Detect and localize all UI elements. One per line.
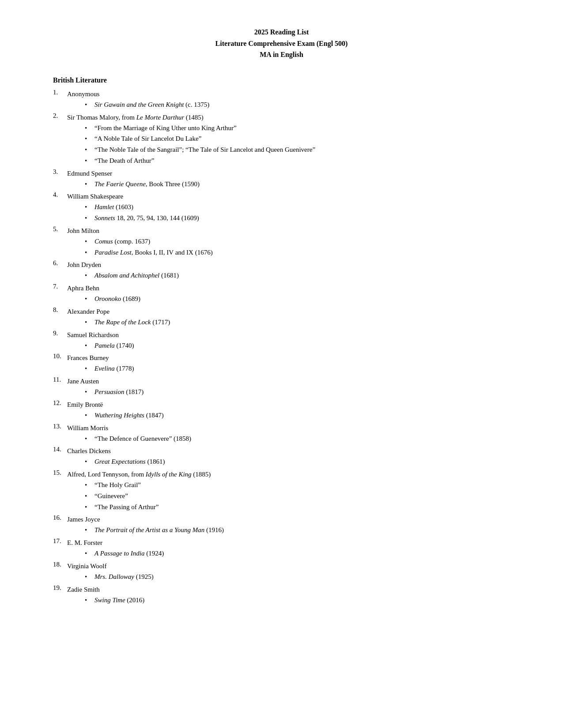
list-item: 2.Sir Thomas Malory, from Le Morte Darth… — [53, 112, 510, 166]
author-name: Sir Thomas Malory, from Le Morte Darthur… — [67, 112, 510, 123]
work-item: •Absalom and Achitophel (1681) — [67, 270, 510, 281]
work-text: Sir Gawain and the Green Knight (c. 1375… — [94, 99, 209, 110]
work-text: Paradise Lost, Books I, II, IV and IX (1… — [94, 247, 213, 258]
author-block: Alexander Pope•The Rape of the Lock (171… — [67, 306, 510, 328]
author-block: Frances Burney•Evelina (1778) — [67, 353, 510, 374]
work-item: •The Rape of the Lock (1717) — [67, 317, 510, 328]
list-item: 18.Virginia Woolf•Mrs. Dalloway (1925) — [53, 561, 510, 582]
work-text: Sonnets 18, 20, 75, 94, 130, 144 (1609) — [94, 213, 199, 224]
item-number: 7. — [53, 283, 67, 290]
bullet-icon: • — [85, 213, 93, 224]
author-block: Samuel Richardson•Pamela (1740) — [67, 330, 510, 351]
work-item: •Sir Gawain and the Green Knight (c. 137… — [67, 99, 510, 110]
author-block: Charles Dickens•Great Expectations (1861… — [67, 446, 510, 467]
item-number: 11. — [53, 376, 67, 383]
work-text: Evelina (1778) — [94, 363, 134, 374]
item-number: 17. — [53, 537, 67, 545]
work-item: •“The Passing of Arthur” — [67, 502, 510, 513]
bullet-icon: • — [85, 410, 93, 421]
bullet-icon: • — [85, 99, 93, 110]
bullet-icon: • — [85, 340, 93, 351]
author-name: John Milton — [67, 225, 510, 236]
bullet-icon: • — [85, 247, 93, 258]
item-number: 13. — [53, 423, 67, 430]
works-list: •“The Holy Grail”•“Guinevere”•“The Passi… — [67, 480, 510, 512]
work-item: •Paradise Lost, Books I, II, IV and IX (… — [67, 247, 510, 258]
author-block: John Dryden•Absalom and Achitophel (1681… — [67, 259, 510, 281]
work-text: Persuasion (1817) — [94, 387, 144, 398]
work-item: •Oroonoko (1689) — [67, 293, 510, 304]
works-list: •Wuthering Heights (1847) — [67, 410, 510, 421]
item-number: 8. — [53, 306, 67, 314]
list-item: 11.Jane Austen•Persuasion (1817) — [53, 376, 510, 398]
list-item: 3.Edmund Spenser•The Faerie Queene, Book… — [53, 168, 510, 190]
author-name: Frances Burney — [67, 353, 510, 363]
work-item: •Pamela (1740) — [67, 340, 510, 351]
bullet-icon: • — [85, 133, 93, 144]
item-number: 2. — [53, 112, 67, 120]
item-number: 4. — [53, 191, 67, 199]
bullet-icon: • — [85, 433, 93, 444]
works-list: •Evelina (1778) — [67, 363, 510, 374]
bullet-icon: • — [85, 144, 93, 155]
work-item: •Comus (comp. 1637) — [67, 236, 510, 247]
works-list: •“From the Marriage of King Uther unto K… — [67, 123, 510, 166]
author-block: Edmund Spenser•The Faerie Queene, Book T… — [67, 168, 510, 190]
bullet-icon: • — [85, 480, 93, 491]
work-item: •“A Noble Tale of Sir Lancelot Du Lake” — [67, 133, 510, 144]
author-block: William Shakespeare•Hamlet (1603)•Sonnet… — [67, 191, 510, 224]
author-block: Alfred, Lord Tennyson, from Idylls of th… — [67, 469, 510, 512]
author-name: Edmund Spenser — [67, 168, 510, 179]
author-block: John Milton•Comus (comp. 1637)•Paradise … — [67, 225, 510, 258]
work-text: The Rape of the Lock (1717) — [94, 317, 170, 328]
author-block: William Morris•“The Defence of Guenevere… — [67, 423, 510, 444]
work-item: •“The Holy Grail” — [67, 480, 510, 491]
works-list: •Swing Time (2016) — [67, 595, 510, 606]
work-text: Great Expectations (1861) — [94, 456, 165, 467]
author-name: Anonymous — [67, 89, 510, 99]
item-number: 9. — [53, 330, 67, 337]
list-item: 7.Aphra Behn•Oroonoko (1689) — [53, 283, 510, 304]
header-line3: MA in English — [53, 49, 510, 60]
work-text: “A Noble Tale of Sir Lancelot Du Lake” — [94, 133, 201, 144]
bullet-icon: • — [85, 179, 93, 190]
list-item: 4.William Shakespeare•Hamlet (1603)•Sonn… — [53, 191, 510, 224]
works-list: •Persuasion (1817) — [67, 387, 510, 398]
bullet-icon: • — [85, 491, 93, 502]
work-item: •The Portrait of the Artist as a Young M… — [67, 525, 510, 536]
bullet-icon: • — [85, 293, 93, 304]
item-number: 19. — [53, 584, 67, 592]
bullet-icon: • — [85, 155, 93, 166]
work-text: “From the Marriage of King Uther unto Ki… — [94, 123, 237, 134]
author-block: James Joyce•The Portrait of the Artist a… — [67, 514, 510, 536]
work-text: A Passage to India (1924) — [94, 548, 164, 559]
list-item: 14.Charles Dickens•Great Expectations (1… — [53, 446, 510, 467]
list-item: 10.Frances Burney•Evelina (1778) — [53, 353, 510, 374]
item-number: 1. — [53, 89, 67, 96]
author-block: Zadie Smith•Swing Time (2016) — [67, 584, 510, 606]
list-item: 8.Alexander Pope•The Rape of the Lock (1… — [53, 306, 510, 328]
work-text: Wuthering Heights (1847) — [94, 410, 164, 421]
bullet-icon: • — [85, 202, 93, 213]
list-item: 9.Samuel Richardson•Pamela (1740) — [53, 330, 510, 351]
work-text: Swing Time (2016) — [94, 595, 144, 606]
works-list: •The Portrait of the Artist as a Young M… — [67, 525, 510, 536]
works-list: •Great Expectations (1861) — [67, 456, 510, 467]
list-item: 15.Alfred, Lord Tennyson, from Idylls of… — [53, 469, 510, 512]
bullet-icon: • — [85, 363, 93, 374]
bullet-icon: • — [85, 270, 93, 281]
work-item: •Mrs. Dalloway (1925) — [67, 571, 510, 582]
bullet-icon: • — [85, 317, 93, 328]
work-item: •“The Death of Arthur” — [67, 155, 510, 166]
item-number: 15. — [53, 469, 67, 477]
item-number: 3. — [53, 168, 67, 176]
list-item: 5.John Milton•Comus (comp. 1637)•Paradis… — [53, 225, 510, 258]
work-item: •Evelina (1778) — [67, 363, 510, 374]
author-name: Alfred, Lord Tennyson, from Idylls of th… — [67, 469, 510, 480]
works-list: •Pamela (1740) — [67, 340, 510, 351]
bullet-icon: • — [85, 525, 93, 536]
work-text: Mrs. Dalloway (1925) — [94, 571, 154, 582]
author-name: Charles Dickens — [67, 446, 510, 456]
works-list: •“The Defence of Guenevere” (1858) — [67, 433, 510, 444]
work-text: “Guinevere” — [94, 491, 128, 502]
